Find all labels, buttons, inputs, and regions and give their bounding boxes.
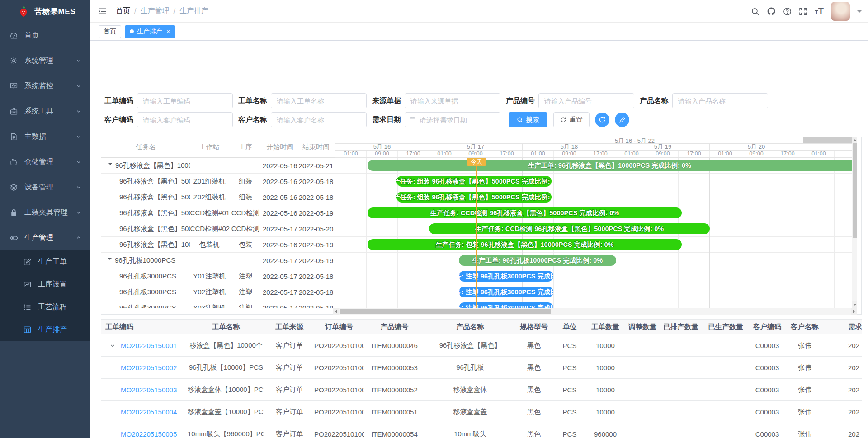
gantt-bar-task[interactable]: 生产任务: 包装 96孔移液盒【黑色】10000PCS 完成比例: 0%	[368, 239, 682, 250]
gantt-task-row[interactable]: 96孔移液盒【黑色】5000PCS Z01组装机组装 2022-05-16202…	[101, 174, 335, 189]
sidebar-item-label: 工装夹具管理	[24, 208, 68, 217]
sidebar-item-master-data[interactable]: 主数据	[0, 124, 90, 149]
work-order-code-input[interactable]	[137, 93, 233, 108]
sidebar-item-home[interactable]: 首页	[0, 23, 90, 48]
breadcrumb-production[interactable]: 生产管理	[140, 6, 169, 16]
gantt-bar-order[interactable]: 生产工单: 96孔移液盒【黑色】10000PCS 完成比例: 0%	[368, 160, 852, 171]
sidebar-item-fixtures[interactable]: 工装夹具管理	[0, 200, 90, 225]
sidebar-item-work-order[interactable]: 生产工单	[0, 250, 90, 273]
calendar-icon	[409, 116, 416, 123]
logo[interactable]: 苦糖果MES	[0, 0, 90, 23]
work-order-name-input[interactable]	[271, 93, 367, 108]
filter-label: 需求日期	[368, 115, 401, 125]
hamburger-icon[interactable]	[98, 7, 107, 16]
tab-production-scheduling[interactable]: 生产排产 ×	[125, 25, 175, 38]
scroll-up-icon[interactable]	[852, 137, 857, 143]
dashboard-icon	[10, 32, 18, 39]
sidebar-item-label: 主数据	[24, 132, 46, 141]
scrollbar-thumb[interactable]	[340, 309, 551, 314]
gantt-task-row[interactable]: 96孔移液盒【黑色】5000PCS CCD检测#01CCD检测 2022-05-…	[101, 205, 335, 221]
tab-home[interactable]: 首页	[99, 25, 121, 38]
grid-icon	[24, 326, 32, 334]
close-icon[interactable]: ×	[166, 28, 170, 35]
gantt-task-row[interactable]: 96孔孔板3000PCS Y03注塑机注塑 2022-05-172022-05-…	[101, 300, 335, 308]
sidebar-item-equipment[interactable]: 设备管理	[0, 174, 90, 200]
gantt-vertical-scrollbar[interactable]	[852, 137, 857, 308]
sidebar-item-warehouse[interactable]: 仓储管理	[0, 149, 90, 174]
chevron-down-icon[interactable]	[857, 10, 862, 15]
gantt-bar-task-selected[interactable]: 生产任务: 注塑 96孔孔板3000PCS 完成比例: 0%	[459, 271, 553, 282]
sidebar-item-production[interactable]: 生产管理	[0, 225, 90, 250]
orders-table: 工单编码工单名称 工单来源订单编号 产品编号产品名称 规格型号单位 工单数量调整…	[101, 319, 862, 438]
expand-chevron-icon[interactable]	[110, 343, 115, 349]
today-badge: 今天	[467, 158, 486, 166]
scrollbar-thumb[interactable]	[853, 143, 857, 238]
scroll-down-icon[interactable]	[852, 301, 857, 308]
gantt-horizontal-scrollbar[interactable]	[333, 308, 857, 315]
reset-button[interactable]: 重置	[553, 112, 590, 127]
collapse-triangle-icon[interactable]	[108, 163, 113, 167]
gantt-bar-task-selected[interactable]: 生产任务: 注塑 96孔孔板3000PCS 完成比例: 0%	[459, 302, 553, 308]
orders-table-header: 工单编码工单名称 工单来源订单编号 产品编号产品名称 规格型号单位 工单数量调整…	[101, 319, 862, 334]
chevron-down-icon	[76, 134, 81, 139]
work-order-link[interactable]: MO202205150003	[121, 386, 177, 394]
filter-row-1: 工单编码 工单名称 来源单据 产品编号 产品名称	[101, 93, 770, 108]
product-code-input[interactable]	[538, 93, 634, 108]
gantt-bar-task[interactable]: 生产任务: CCD检测 96孔移液盒【黑色】5000PCS 完成比例: 0%	[429, 223, 710, 234]
sidebar-item-production-scheduling[interactable]: 生产排产	[0, 318, 90, 341]
demand-date-input[interactable]	[405, 112, 500, 127]
sidebar-item-system-monitor[interactable]: 系统监控	[0, 73, 90, 99]
gantt-task-row[interactable]: 96孔移液盒【黑色】10000PCS 2022-05-162022-05-21	[101, 158, 335, 174]
table-row: MO202205150001 移液盒【黑色】10000个客户订单 PO20220…	[101, 334, 862, 357]
gantt-bar-task[interactable]: 生产任务: CCD检测 96孔移液盒【黑色】5000PCS 完成比例: 0%	[368, 207, 682, 218]
work-order-link[interactable]: MO202205150002	[121, 364, 177, 372]
avatar[interactable]	[831, 2, 850, 21]
scroll-right-icon[interactable]	[851, 308, 857, 315]
gantt-bar-task[interactable]: 生产任务: 组装 96孔移液盒【黑色】5000PCS 完成比例: 0%	[396, 176, 552, 187]
gantt-day-header: 5月 16 5月 17 5月 18 5月 19 5月 20	[335, 144, 852, 151]
source-doc-input[interactable]	[405, 93, 500, 108]
help-icon[interactable]	[783, 7, 792, 16]
work-order-link[interactable]: MO202205150001	[121, 342, 177, 349]
breadcrumb: 首页 / 生产管理 / 生产排产	[116, 6, 208, 16]
sidebar-item-label: 系统工具	[24, 107, 53, 116]
chart-icon	[24, 281, 32, 288]
customer-name-input[interactable]	[271, 112, 367, 127]
gantt-task-row[interactable]: 96孔移液盒【黑色】5000PCS Z02组装机组装 2022-05-16202…	[101, 189, 335, 205]
search-icon[interactable]	[751, 7, 760, 16]
gantt-bar-task[interactable]: 生产任务: 组装 96孔移液盒【黑色】5000PCS 完成比例: 0%	[396, 192, 552, 203]
gantt-bar-order[interactable]: 生产工单: 96孔孔板10000PCS 完成比例: 0%	[459, 255, 616, 266]
github-icon[interactable]	[767, 7, 776, 16]
scroll-left-icon[interactable]	[333, 308, 339, 315]
search-button[interactable]: 搜索	[509, 112, 547, 127]
sidebar-submenu-production: 生产工单 工序设置 工艺流程 生产排产	[0, 250, 90, 341]
sidebar-item-system-tools[interactable]: 系统工具	[0, 99, 90, 124]
work-order-link[interactable]: MO202205150005	[121, 430, 177, 438]
work-order-link[interactable]: MO202205150004	[121, 408, 177, 416]
filter-label: 产品名称	[636, 96, 669, 106]
collapse-triangle-icon[interactable]	[108, 258, 112, 262]
sidebar-item-process-setup[interactable]: 工序设置	[0, 273, 90, 296]
gantt-task-row[interactable]: 96孔孔板10000PCS 2022-05-172022-05-19	[101, 253, 335, 268]
chevron-down-icon	[76, 184, 81, 190]
gantt-task-row[interactable]: 96孔移液盒【黑色】10000PCS 包装机包装 2022-05-162022-…	[101, 237, 335, 253]
breadcrumb-separator: /	[134, 7, 136, 15]
gantt-task-row[interactable]: 96孔孔板3000PCS Y01注塑机注塑 2022-05-172022-05-…	[101, 268, 335, 284]
gantt-task-row[interactable]: 96孔孔板3000PCS Y02注塑机注塑 2022-05-172022-05-…	[101, 284, 335, 300]
gantt-bar-task-selected[interactable]: 生产任务: 注塑 96孔孔板3000PCS 完成比例: 0%	[459, 287, 553, 297]
refresh-button[interactable]	[595, 113, 609, 127]
breadcrumb-home[interactable]: 首页	[116, 6, 130, 16]
today-line	[476, 158, 477, 308]
edit-button[interactable]	[615, 113, 629, 127]
monitor-icon	[10, 82, 18, 90]
sidebar-item-process-flow[interactable]: 工艺流程	[0, 296, 90, 318]
filter-row-2: 客户编码 客户名称 需求日期 搜索 重置	[101, 112, 629, 127]
fullscreen-icon[interactable]	[799, 7, 807, 16]
table-row: MO202205150003 移液盒盒体【10000】PCS客户订单 PO202…	[101, 379, 862, 401]
sidebar-item-system-admin[interactable]: 系统管理	[0, 48, 90, 73]
product-name-input[interactable]	[672, 93, 768, 108]
sidebar-item-label: 仓储管理	[24, 157, 53, 167]
gantt-task-row[interactable]: 96孔移液盒【黑色】5000PCS CCD检测#02CCD检测 2022-05-…	[101, 221, 335, 237]
customer-code-input[interactable]	[137, 112, 233, 127]
font-size-icon[interactable]: тT	[815, 6, 824, 17]
